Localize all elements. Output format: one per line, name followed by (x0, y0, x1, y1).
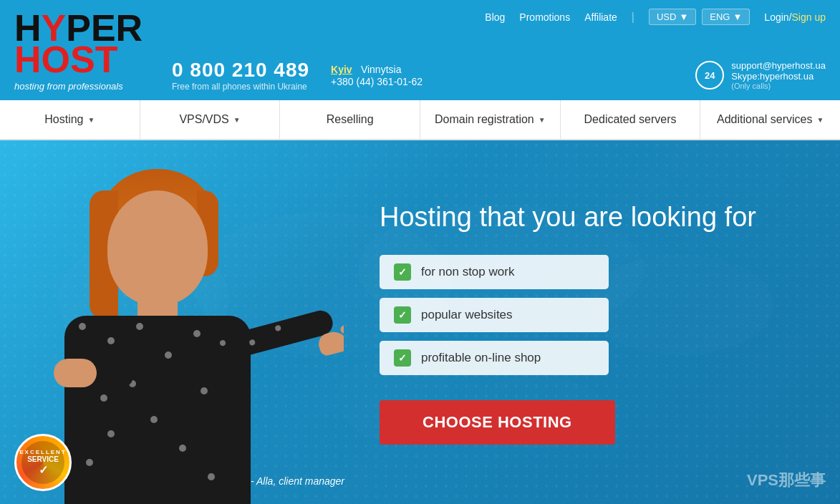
currency-caret: ▼ (679, 11, 688, 22)
nav-promotions[interactable]: Promotions (519, 11, 570, 23)
feature-list: ✓ for non stop work ✓ popular websites ✓… (380, 255, 797, 375)
nav-blog[interactable]: Blog (485, 11, 505, 23)
feature-text-1: popular websites (421, 308, 513, 322)
nav-hosting-label: Hosting (44, 113, 83, 126)
support-24-badge: 24 (695, 61, 724, 89)
logo-host-text: HOST (14, 41, 117, 78)
check-icon-0: ✓ (394, 263, 411, 281)
logo-area: HYPER HOST hosting from professionals (14, 9, 172, 92)
separator: | (632, 11, 634, 24)
currency-button[interactable]: USD ▼ (649, 9, 696, 25)
nav-additional-label: Additional services (717, 113, 812, 126)
nav-domain[interactable]: Domain registration ▼ (420, 100, 561, 139)
feature-item-2: ✓ profitable on-line shop (380, 341, 609, 375)
logo[interactable]: HYPER HOST (14, 9, 143, 78)
support-skype: Skype:hyperhost.ua (731, 71, 826, 82)
person-image (21, 147, 344, 504)
nav-domain-label: Domain registration (435, 113, 534, 126)
signup-link[interactable]: Sign up (792, 11, 826, 23)
check-icon-1: ✓ (394, 306, 411, 324)
login-link[interactable]: Login (764, 11, 788, 23)
top-bar: HYPER HOST hosting from professionals Bl… (0, 0, 840, 100)
feature-text-2: profitable on-line shop (421, 351, 541, 365)
phone-number: 0 800 210 489 (172, 59, 309, 82)
excellence-badge: EXCELLENT SERVICE ✓ (14, 434, 72, 491)
watermark: VPS那些事 (747, 470, 826, 491)
feature-text-0: for non stop work (421, 265, 514, 279)
city-block: Kyiv Vinnytsia +380 (44) 361-01-62 (331, 63, 423, 87)
check-icon-2: ✓ (394, 349, 411, 367)
contact-section: 0 800 210 489 Free from all phones withi… (158, 59, 840, 92)
support-email: support@hyperhost.ua (731, 60, 826, 71)
currency-lang: USD ▼ ENG ▼ (649, 9, 750, 25)
badge-check-icon: ✓ (39, 463, 48, 477)
hero-section: - Alla, client manager Hosting that you … (0, 140, 840, 504)
hosting-caret: ▼ (88, 116, 95, 124)
feature-item-0: ✓ for non stop work (380, 255, 609, 289)
main-nav: Hosting ▼ VPS/VDS ▼ Reselling Domain reg… (0, 100, 840, 140)
logo-tagline: hosting from professionals (14, 81, 123, 92)
nav-vps-vds[interactable]: VPS/VDS ▼ (140, 100, 281, 139)
client-label-text: - Alla, client manager (251, 475, 344, 487)
language-label: ENG (710, 11, 730, 22)
nav-affiliate[interactable]: Affiliate (584, 11, 617, 23)
nav-reselling[interactable]: Reselling (280, 100, 420, 139)
nav-dedicated[interactable]: Dedicated servers (561, 100, 701, 139)
city-vinnytsia: Vinnytsia (355, 64, 401, 75)
city-kyiv-link[interactable]: Kyiv (331, 64, 352, 75)
support-block: 24 support@hyperhost.ua Skype:hyperhost.… (695, 60, 826, 90)
language-button[interactable]: ENG ▼ (702, 9, 750, 25)
nav-additional[interactable]: Additional services ▼ (700, 100, 840, 139)
additional-caret: ▼ (816, 116, 824, 124)
vps-caret: ▼ (233, 116, 241, 124)
badge-excellent-text: EXCELLENT (19, 449, 67, 455)
feature-item-1: ✓ popular websites (380, 298, 609, 332)
nav-hosting[interactable]: Hosting ▼ (0, 100, 140, 139)
support-text: support@hyperhost.ua Skype:hyperhost.ua … (731, 60, 826, 90)
nav-reselling-label: Reselling (327, 113, 374, 126)
currency-label: USD (657, 11, 676, 22)
phone-block: 0 800 210 489 Free from all phones withi… (172, 59, 309, 92)
hero-title: Hosting that you are looking for (380, 201, 797, 234)
city-phone: +380 (44) 361-01-62 (331, 76, 423, 87)
choose-hosting-button[interactable]: Choose Hosting (380, 400, 615, 445)
phone-note: Free from all phones within Ukraine (172, 82, 309, 92)
login-area: Login/Sign up (764, 11, 826, 23)
badge-service-text: SERVICE (27, 455, 59, 463)
hero-content: Hosting that you are looking for ✓ for n… (351, 173, 840, 474)
client-label: - Alla, client manager (251, 475, 344, 488)
top-nav: Blog Promotions Affiliate | USD ▼ ENG ▼ … (158, 9, 840, 25)
nav-dedicated-label: Dedicated servers (584, 113, 677, 126)
language-caret: ▼ (733, 11, 742, 22)
domain-caret: ▼ (539, 116, 546, 124)
nav-vps-label: VPS/VDS (179, 113, 228, 126)
support-calls: (Only calls) (731, 82, 826, 90)
